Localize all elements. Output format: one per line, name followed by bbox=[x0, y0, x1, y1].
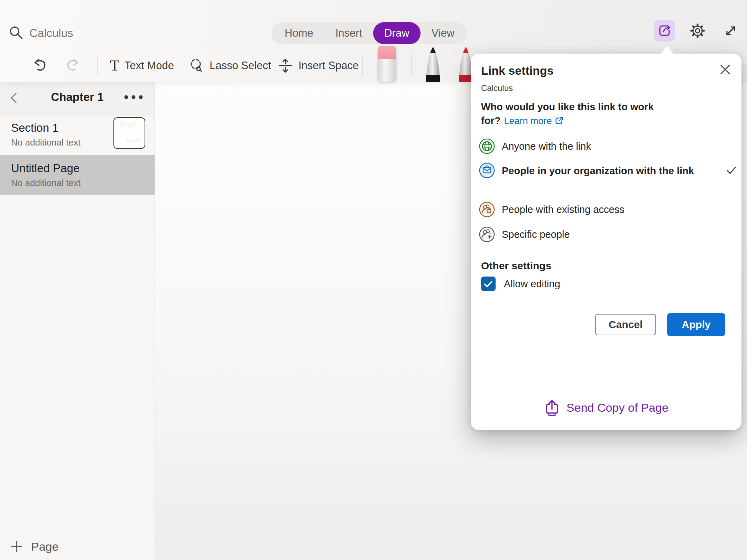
send-copy-icon bbox=[544, 399, 560, 417]
cancel-button[interactable]: Cancel bbox=[595, 314, 656, 335]
add-page-button[interactable]: Page bbox=[0, 533, 155, 560]
page-thumbnail: Trign cosec bbox=[113, 117, 145, 149]
panel-notebook-name: Calculus bbox=[481, 83, 513, 93]
undo-button[interactable] bbox=[32, 53, 48, 79]
eraser-cap bbox=[378, 46, 396, 59]
ellipsis-icon bbox=[124, 95, 143, 99]
tab-home[interactable]: Home bbox=[274, 22, 324, 44]
lasso-label: Lasso Select bbox=[210, 59, 271, 72]
allow-editing-label: Allow editing bbox=[504, 278, 560, 290]
search-text: Calculus bbox=[29, 27, 73, 40]
page-title: Untitled Page bbox=[11, 162, 80, 175]
checkmark-icon bbox=[481, 277, 496, 291]
gear-icon bbox=[690, 23, 706, 39]
popover-arrow bbox=[656, 44, 679, 55]
page-subtitle: No additional text bbox=[11, 137, 81, 148]
send-copy-button[interactable]: Send Copy of Page bbox=[471, 399, 741, 417]
insert-space-button[interactable]: Insert Space bbox=[277, 53, 359, 79]
search-field[interactable]: Calculus bbox=[9, 20, 73, 46]
allow-editing-checkbox[interactable] bbox=[481, 277, 496, 291]
top-right-actions bbox=[654, 20, 741, 41]
onenote-window: Calculus Home Insert Draw View bbox=[0, 0, 747, 560]
eraser-body bbox=[378, 59, 396, 82]
add-page-label: Page bbox=[31, 540, 58, 553]
text-mode-label: Text Mode bbox=[124, 59, 174, 72]
thumbnail-scribble: cosec bbox=[126, 137, 141, 144]
toolbar-divider bbox=[362, 54, 363, 76]
allow-editing-row[interactable]: Allow editing bbox=[481, 277, 560, 291]
eraser-tool[interactable] bbox=[378, 46, 396, 82]
external-link-icon bbox=[554, 116, 564, 128]
search-icon bbox=[9, 25, 25, 41]
section-more-button[interactable] bbox=[122, 89, 145, 105]
tab-view[interactable]: View bbox=[421, 22, 466, 44]
text-mode-button[interactable]: T Text Mode bbox=[110, 53, 174, 79]
page-title: Section 1 bbox=[11, 121, 59, 134]
other-settings-heading: Other settings bbox=[481, 260, 551, 272]
pen-black-tool[interactable] bbox=[425, 46, 441, 82]
redo-icon bbox=[65, 58, 81, 74]
thumbnail-scribble: Trign bbox=[119, 120, 136, 130]
tab-draw[interactable]: Draw bbox=[373, 22, 420, 44]
option-label: Anyone with the link bbox=[502, 138, 591, 154]
people-lock-icon bbox=[479, 202, 495, 217]
ribbon-tabs: Home Insert Draw View bbox=[271, 22, 467, 44]
plus-icon bbox=[10, 540, 24, 553]
option-anyone-with-link[interactable]: Anyone with the link bbox=[479, 138, 735, 154]
panel-title: Link settings bbox=[481, 64, 554, 77]
people-add-icon bbox=[479, 226, 495, 242]
close-icon bbox=[719, 63, 732, 76]
option-specific-people[interactable]: Specific people bbox=[479, 226, 735, 242]
learn-more-link[interactable]: Learn more bbox=[504, 116, 552, 126]
fullscreen-button[interactable] bbox=[720, 20, 741, 41]
toolbar-divider bbox=[97, 54, 98, 76]
apply-button[interactable]: Apply bbox=[667, 313, 725, 336]
page-row-section-1[interactable]: Section 1 No additional text Trign cosec bbox=[0, 114, 155, 155]
link-settings-panel: Link settings Calculus Who would you lik… bbox=[471, 54, 741, 430]
lasso-icon bbox=[188, 58, 204, 74]
undo-icon bbox=[32, 58, 48, 74]
globe-icon bbox=[479, 138, 495, 154]
option-label: Specific people bbox=[502, 226, 570, 242]
close-button[interactable] bbox=[717, 61, 734, 78]
option-label: People in your organization with the lin… bbox=[502, 162, 695, 178]
lasso-select-button[interactable]: Lasso Select bbox=[188, 53, 271, 79]
page-row-untitled-page[interactable]: Untitled Page No additional text bbox=[0, 155, 155, 195]
redo-button[interactable] bbox=[65, 53, 81, 79]
tab-insert[interactable]: Insert bbox=[324, 22, 374, 44]
option-label: People with existing access bbox=[502, 202, 625, 217]
option-people-in-org[interactable]: People in your organization with the lin… bbox=[479, 162, 735, 178]
text-mode-icon: T bbox=[110, 58, 119, 73]
expand-icon bbox=[723, 23, 738, 38]
toolbar-divider bbox=[411, 54, 412, 76]
settings-button[interactable] bbox=[687, 20, 708, 41]
option-existing-access[interactable]: People with existing access bbox=[479, 202, 735, 217]
share-icon bbox=[656, 23, 672, 39]
insert-space-label: Insert Space bbox=[298, 59, 359, 72]
sidebar-header: Chapter 1 bbox=[0, 80, 155, 114]
selected-check-icon bbox=[726, 165, 737, 176]
insert-space-icon bbox=[277, 58, 293, 74]
page-list-sidebar: Chapter 1 Section 1 No additional text T… bbox=[0, 80, 155, 560]
link-audience-question: Who would you like this link to work for… bbox=[481, 100, 673, 129]
briefcase-icon bbox=[479, 162, 495, 178]
send-copy-label: Send Copy of Page bbox=[566, 401, 668, 414]
share-button[interactable] bbox=[654, 20, 675, 41]
page-subtitle: No additional text bbox=[11, 178, 81, 188]
